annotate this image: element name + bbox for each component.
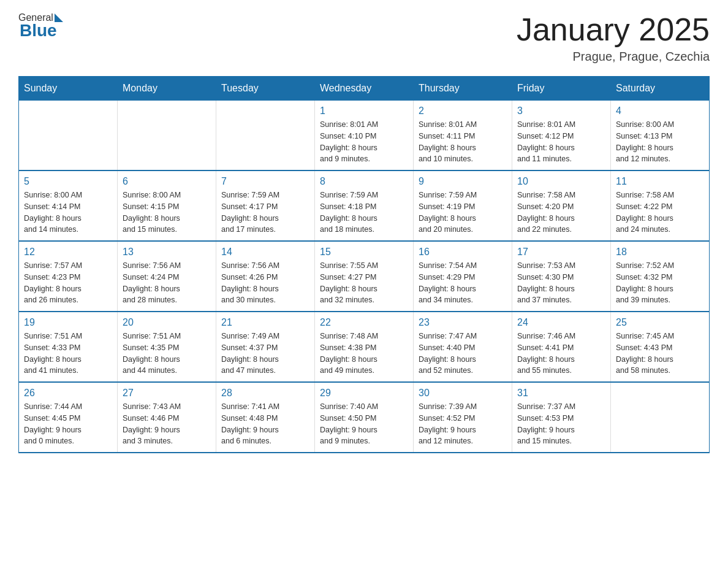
calendar-week-row: 5Sunrise: 8:00 AM Sunset: 4:14 PM Daylig… (19, 170, 710, 241)
calendar-cell: 4Sunrise: 8:00 AM Sunset: 4:13 PM Daylig… (611, 101, 710, 171)
calendar-table: SundayMondayTuesdayWednesdayThursdayFrid… (18, 76, 710, 453)
day-info: Sunrise: 7:57 AM Sunset: 4:23 PM Dayligh… (24, 260, 112, 306)
day-info: Sunrise: 7:58 AM Sunset: 4:20 PM Dayligh… (517, 190, 605, 236)
day-number: 14 (221, 247, 309, 258)
column-header-thursday: Thursday (414, 77, 512, 101)
day-number: 29 (320, 388, 408, 399)
day-info: Sunrise: 7:54 AM Sunset: 4:29 PM Dayligh… (419, 260, 507, 306)
page-header: General Blue January 2025 Prague, Prague… (18, 12, 710, 64)
day-info: Sunrise: 8:01 AM Sunset: 4:12 PM Dayligh… (517, 119, 605, 165)
day-number: 1 (320, 105, 408, 117)
calendar-header-row: SundayMondayTuesdayWednesdayThursdayFrid… (19, 77, 710, 101)
calendar-cell: 7Sunrise: 7:59 AM Sunset: 4:17 PM Daylig… (216, 170, 315, 241)
calendar-cell: 13Sunrise: 7:56 AM Sunset: 4:24 PM Dayli… (118, 241, 216, 312)
calendar-cell: 16Sunrise: 7:54 AM Sunset: 4:29 PM Dayli… (414, 241, 512, 312)
day-info: Sunrise: 7:41 AM Sunset: 4:48 PM Dayligh… (221, 401, 309, 447)
calendar-cell: 3Sunrise: 8:01 AM Sunset: 4:12 PM Daylig… (512, 101, 611, 171)
day-number: 30 (419, 388, 507, 399)
day-info: Sunrise: 7:59 AM Sunset: 4:17 PM Dayligh… (221, 190, 309, 236)
calendar-cell: 21Sunrise: 7:49 AM Sunset: 4:37 PM Dayli… (216, 312, 315, 382)
calendar-week-row: 1Sunrise: 8:01 AM Sunset: 4:10 PM Daylig… (19, 101, 710, 171)
day-number: 25 (616, 317, 704, 328)
day-number: 11 (616, 176, 704, 187)
page-title: January 2025 (517, 12, 710, 47)
column-header-wednesday: Wednesday (315, 77, 414, 101)
day-number: 19 (24, 317, 112, 328)
day-number: 13 (123, 247, 211, 258)
calendar-cell: 5Sunrise: 8:00 AM Sunset: 4:14 PM Daylig… (19, 170, 118, 241)
day-info: Sunrise: 7:40 AM Sunset: 4:50 PM Dayligh… (320, 401, 408, 447)
day-number: 17 (517, 247, 605, 258)
column-header-tuesday: Tuesday (216, 77, 315, 101)
day-number: 16 (419, 247, 507, 258)
day-info: Sunrise: 7:37 AM Sunset: 4:53 PM Dayligh… (517, 401, 605, 447)
calendar-cell: 11Sunrise: 7:58 AM Sunset: 4:22 PM Dayli… (611, 170, 710, 241)
calendar-cell: 30Sunrise: 7:39 AM Sunset: 4:52 PM Dayli… (414, 382, 512, 453)
calendar-cell: 1Sunrise: 8:01 AM Sunset: 4:10 PM Daylig… (315, 101, 414, 171)
calendar-cell: 15Sunrise: 7:55 AM Sunset: 4:27 PM Dayli… (315, 241, 414, 312)
day-info: Sunrise: 8:01 AM Sunset: 4:11 PM Dayligh… (419, 119, 507, 165)
calendar-week-row: 26Sunrise: 7:44 AM Sunset: 4:45 PM Dayli… (19, 382, 710, 453)
day-number: 24 (517, 317, 605, 328)
calendar-week-row: 19Sunrise: 7:51 AM Sunset: 4:33 PM Dayli… (19, 312, 710, 382)
day-number: 22 (320, 317, 408, 328)
calendar-cell: 10Sunrise: 7:58 AM Sunset: 4:20 PM Dayli… (512, 170, 611, 241)
calendar-cell: 18Sunrise: 7:52 AM Sunset: 4:32 PM Dayli… (611, 241, 710, 312)
day-info: Sunrise: 7:48 AM Sunset: 4:38 PM Dayligh… (320, 331, 408, 377)
calendar-cell: 26Sunrise: 7:44 AM Sunset: 4:45 PM Dayli… (19, 382, 118, 453)
calendar-cell: 28Sunrise: 7:41 AM Sunset: 4:48 PM Dayli… (216, 382, 315, 453)
calendar-cell (118, 101, 216, 171)
day-info: Sunrise: 7:44 AM Sunset: 4:45 PM Dayligh… (24, 401, 112, 447)
logo: General Blue (18, 12, 63, 40)
day-number: 8 (320, 176, 408, 187)
day-number: 7 (221, 176, 309, 187)
day-number: 6 (123, 176, 211, 187)
day-info: Sunrise: 7:47 AM Sunset: 4:40 PM Dayligh… (419, 331, 507, 377)
calendar-cell: 14Sunrise: 7:56 AM Sunset: 4:26 PM Dayli… (216, 241, 315, 312)
calendar-cell: 25Sunrise: 7:45 AM Sunset: 4:43 PM Dayli… (611, 312, 710, 382)
day-number: 12 (24, 247, 112, 258)
day-number: 31 (517, 388, 605, 399)
calendar-cell: 20Sunrise: 7:51 AM Sunset: 4:35 PM Dayli… (118, 312, 216, 382)
day-info: Sunrise: 7:39 AM Sunset: 4:52 PM Dayligh… (419, 401, 507, 447)
day-info: Sunrise: 7:43 AM Sunset: 4:46 PM Dayligh… (123, 401, 211, 447)
day-number: 15 (320, 247, 408, 258)
day-number: 27 (123, 388, 211, 399)
day-info: Sunrise: 7:51 AM Sunset: 4:35 PM Dayligh… (123, 331, 211, 377)
calendar-week-row: 12Sunrise: 7:57 AM Sunset: 4:23 PM Dayli… (19, 241, 710, 312)
day-info: Sunrise: 7:45 AM Sunset: 4:43 PM Dayligh… (616, 331, 704, 377)
day-info: Sunrise: 7:59 AM Sunset: 4:19 PM Dayligh… (419, 190, 507, 236)
column-header-monday: Monday (118, 77, 216, 101)
calendar-cell: 6Sunrise: 8:00 AM Sunset: 4:15 PM Daylig… (118, 170, 216, 241)
day-info: Sunrise: 7:51 AM Sunset: 4:33 PM Dayligh… (24, 331, 112, 377)
day-info: Sunrise: 7:56 AM Sunset: 4:26 PM Dayligh… (221, 260, 309, 306)
day-info: Sunrise: 7:55 AM Sunset: 4:27 PM Dayligh… (320, 260, 408, 306)
day-number: 21 (221, 317, 309, 328)
calendar-cell: 12Sunrise: 7:57 AM Sunset: 4:23 PM Dayli… (19, 241, 118, 312)
day-number: 4 (616, 105, 704, 117)
calendar-cell: 2Sunrise: 8:01 AM Sunset: 4:11 PM Daylig… (414, 101, 512, 171)
day-number: 5 (24, 176, 112, 187)
subtitle: Prague, Prague, Czechia (517, 50, 710, 64)
day-info: Sunrise: 7:46 AM Sunset: 4:41 PM Dayligh… (517, 331, 605, 377)
day-number: 26 (24, 388, 112, 399)
day-info: Sunrise: 7:59 AM Sunset: 4:18 PM Dayligh… (320, 190, 408, 236)
day-info: Sunrise: 7:56 AM Sunset: 4:24 PM Dayligh… (123, 260, 211, 306)
day-number: 18 (616, 247, 704, 258)
day-number: 3 (517, 105, 605, 117)
day-info: Sunrise: 8:00 AM Sunset: 4:15 PM Dayligh… (123, 190, 211, 236)
calendar-cell: 23Sunrise: 7:47 AM Sunset: 4:40 PM Dayli… (414, 312, 512, 382)
day-info: Sunrise: 8:00 AM Sunset: 4:13 PM Dayligh… (616, 119, 704, 165)
day-info: Sunrise: 7:52 AM Sunset: 4:32 PM Dayligh… (616, 260, 704, 306)
day-number: 28 (221, 388, 309, 399)
column-header-sunday: Sunday (19, 77, 118, 101)
calendar-cell: 22Sunrise: 7:48 AM Sunset: 4:38 PM Dayli… (315, 312, 414, 382)
day-number: 10 (517, 176, 605, 187)
calendar-cell: 8Sunrise: 7:59 AM Sunset: 4:18 PM Daylig… (315, 170, 414, 241)
day-info: Sunrise: 7:53 AM Sunset: 4:30 PM Dayligh… (517, 260, 605, 306)
day-info: Sunrise: 7:58 AM Sunset: 4:22 PM Dayligh… (616, 190, 704, 236)
calendar-cell (611, 382, 710, 453)
calendar-cell: 27Sunrise: 7:43 AM Sunset: 4:46 PM Dayli… (118, 382, 216, 453)
day-info: Sunrise: 8:01 AM Sunset: 4:10 PM Dayligh… (320, 119, 408, 165)
title-block: January 2025 Prague, Prague, Czechia (517, 12, 710, 64)
